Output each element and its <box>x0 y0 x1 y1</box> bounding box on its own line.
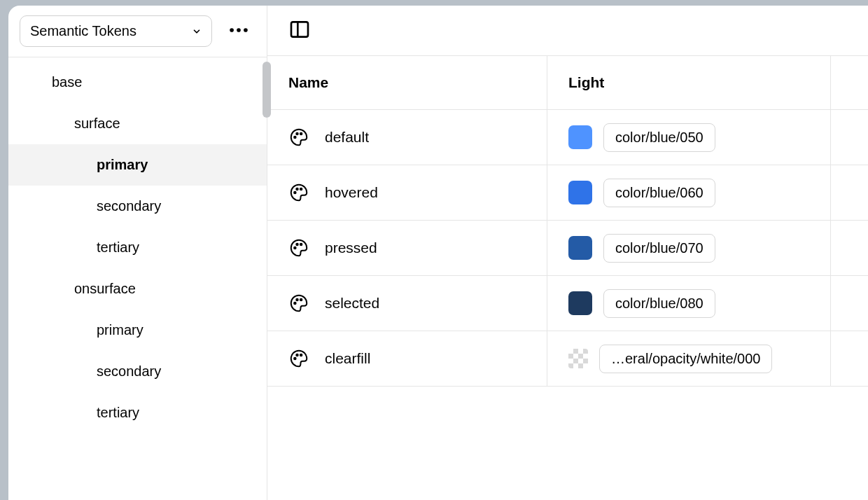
tree-item-primary[interactable]: primary <box>8 310 267 351</box>
cell-name: pressed <box>267 221 547 275</box>
tree-item-tertiary[interactable]: tertiary <box>8 227 267 268</box>
color-swatch <box>568 349 588 368</box>
row-name-label: hovered <box>325 184 378 201</box>
tree-item-onsurface[interactable]: onsurface <box>8 268 267 310</box>
tree-item-tertiary[interactable]: tertiary <box>8 392 267 433</box>
color-swatch <box>568 125 592 149</box>
row-name-label: selected <box>325 295 379 312</box>
svg-point-11 <box>294 247 296 249</box>
collection-dropdown-label: Semantic Tokens <box>30 23 136 39</box>
svg-point-9 <box>296 188 298 190</box>
svg-point-2 <box>244 28 248 32</box>
tokens-table: Name Light defaultcolor/blue/050hoveredc… <box>267 56 868 500</box>
svg-rect-3 <box>291 22 308 36</box>
token-reference-chip[interactable]: color/blue/050 <box>603 123 715 152</box>
tree-item-surface[interactable]: surface <box>8 103 267 144</box>
token-tree[interactable]: basesurfaceprimarysecondarytertiaryonsur… <box>8 57 267 500</box>
svg-point-19 <box>300 354 302 356</box>
svg-point-7 <box>300 133 302 135</box>
toolbar <box>267 6 868 56</box>
sidebar-panel-icon <box>288 18 311 43</box>
column-header-extra <box>831 56 859 109</box>
palette-icon <box>288 237 309 258</box>
table-row[interactable]: defaultcolor/blue/050 <box>267 110 868 165</box>
cell-extra <box>831 165 859 220</box>
svg-point-8 <box>294 192 296 194</box>
cell-light[interactable]: …eral/opacity/white/000 <box>547 331 831 386</box>
table-row[interactable]: hoveredcolor/blue/060 <box>267 165 868 221</box>
table-row[interactable]: selectedcolor/blue/080 <box>267 276 868 331</box>
tree-item-base[interactable]: base <box>8 62 267 103</box>
table-row[interactable]: clearfill…eral/opacity/white/000 <box>267 331 868 387</box>
svg-point-6 <box>296 133 298 135</box>
chevron-down-icon <box>192 27 202 36</box>
main-panel: Name Light defaultcolor/blue/050hoveredc… <box>267 6 868 500</box>
cell-name: selected <box>267 276 547 331</box>
app-window: Semantic Tokens basesurfaceprimarysecond… <box>8 6 868 500</box>
scrollbar-thumb[interactable] <box>262 62 271 118</box>
cell-light[interactable]: color/blue/080 <box>547 276 831 331</box>
svg-point-1 <box>237 28 241 32</box>
palette-icon <box>288 182 309 203</box>
tree-item-secondary[interactable]: secondary <box>8 351 267 392</box>
table-header-row: Name Light <box>267 56 868 110</box>
token-reference-chip[interactable]: color/blue/080 <box>603 289 715 318</box>
column-header-light-label: Light <box>568 74 604 91</box>
collection-dropdown[interactable]: Semantic Tokens <box>20 15 212 47</box>
palette-icon <box>288 348 309 369</box>
palette-icon <box>288 293 309 314</box>
color-swatch <box>568 291 592 315</box>
token-reference-chip[interactable]: …eral/opacity/white/000 <box>599 345 772 373</box>
svg-point-17 <box>294 358 296 360</box>
cell-extra <box>831 331 859 386</box>
cell-extra <box>831 110 859 165</box>
more-horizontal-icon <box>227 18 251 45</box>
tree-item-secondary[interactable]: secondary <box>8 186 267 227</box>
cell-extra <box>831 276 859 331</box>
cell-light[interactable]: color/blue/050 <box>547 110 831 165</box>
cell-name: hovered <box>267 165 547 220</box>
cell-light[interactable]: color/blue/060 <box>547 165 831 220</box>
column-header-name-label: Name <box>288 74 328 91</box>
sidebar-header: Semantic Tokens <box>8 6 267 57</box>
svg-point-16 <box>300 299 302 301</box>
svg-point-10 <box>300 188 302 190</box>
svg-point-12 <box>296 244 298 246</box>
color-swatch <box>568 181 592 204</box>
svg-point-0 <box>230 28 234 32</box>
svg-point-18 <box>296 354 298 356</box>
svg-point-15 <box>296 299 298 301</box>
cell-name: clearfill <box>267 331 547 386</box>
table-row[interactable]: pressedcolor/blue/070 <box>267 221 868 276</box>
row-name-label: clearfill <box>325 350 370 367</box>
sidebar: Semantic Tokens basesurfaceprimarysecond… <box>8 6 267 500</box>
token-reference-chip[interactable]: color/blue/070 <box>603 234 715 263</box>
cell-light[interactable]: color/blue/070 <box>547 221 831 275</box>
svg-point-5 <box>294 137 296 139</box>
column-header-name[interactable]: Name <box>267 56 547 109</box>
color-swatch <box>568 236 592 260</box>
column-header-light[interactable]: Light <box>547 56 831 109</box>
row-name-label: pressed <box>325 239 377 256</box>
token-reference-chip[interactable]: color/blue/060 <box>603 179 715 207</box>
svg-point-13 <box>300 244 302 246</box>
tree-item-primary[interactable]: primary <box>8 144 267 186</box>
palette-icon <box>288 127 309 148</box>
more-button[interactable] <box>225 18 253 46</box>
cell-extra <box>831 221 859 275</box>
row-name-label: default <box>325 129 369 146</box>
panel-toggle-button[interactable] <box>288 18 311 43</box>
cell-name: default <box>267 110 547 165</box>
svg-point-14 <box>294 303 296 305</box>
